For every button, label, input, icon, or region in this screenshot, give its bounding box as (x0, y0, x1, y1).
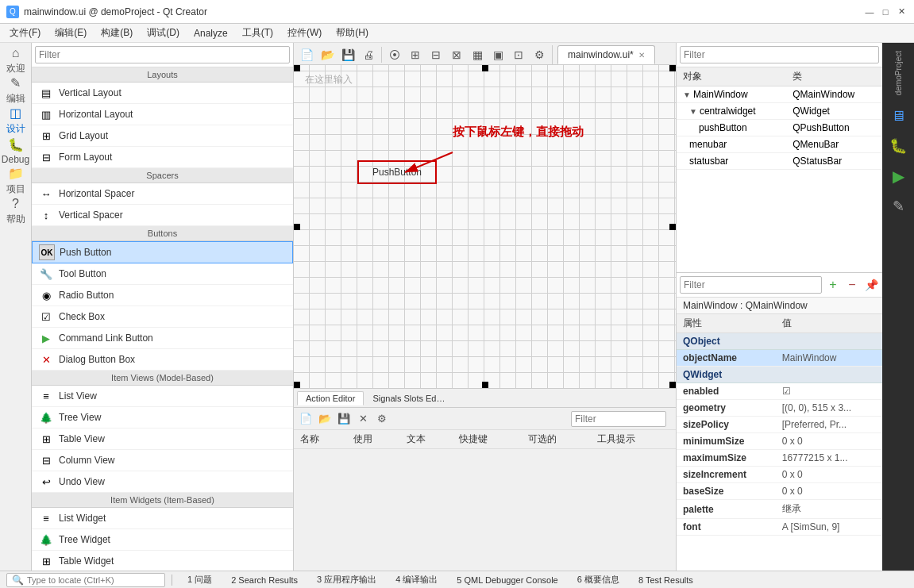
tab-close-button[interactable]: ✕ (638, 51, 645, 60)
prop-add-button[interactable]: + (825, 277, 841, 293)
toolbar-adjust-icon[interactable]: ⚙ (530, 45, 549, 64)
action-save-btn[interactable]: 💾 (335, 410, 353, 428)
handle-left[interactable] (294, 224, 300, 230)
widget-tool-button[interactable]: 🔧 Tool Button (32, 263, 293, 285)
widget-grid-layout[interactable]: ⊞ Grid Layout (32, 125, 293, 147)
prop-val-maximumsize[interactable]: 16777215 x 1... (776, 450, 882, 467)
widget-form-layout[interactable]: ⊟ Form Layout (32, 147, 293, 168)
handle-bottom-right[interactable] (669, 382, 676, 388)
widget-vertical-spacer[interactable]: ↕ Vertical Spacer (32, 205, 293, 226)
toolbar-layout-btn4[interactable]: ⊠ (447, 45, 466, 64)
obj-filter-input[interactable] (680, 46, 879, 63)
menu-build[interactable]: 构建(B) (94, 25, 139, 41)
canvas-pushbutton[interactable]: PushButton (357, 160, 437, 184)
maximize-button[interactable]: □ (879, 6, 892, 18)
prop-remove-button[interactable]: − (844, 277, 860, 293)
prop-val-objectname[interactable]: MainWindow (776, 350, 882, 367)
mode-projects[interactable]: 📁 项目 (2, 167, 30, 195)
menu-help[interactable]: 帮助(H) (330, 25, 375, 41)
status-tab-test[interactable]: 8 Test Results (630, 573, 702, 587)
demo-edit-btn[interactable]: ✎ (884, 192, 912, 221)
demo-play-btn[interactable]: ▶ (884, 162, 912, 190)
obj-row-statusbar[interactable]: statusbar QStatusBar (677, 153, 882, 170)
toolbar-layout-btn6[interactable]: ▣ (488, 45, 507, 64)
mode-help[interactable]: ? 帮助 (2, 197, 30, 225)
toolbar-layout-btn3[interactable]: ⊟ (426, 45, 445, 64)
mode-welcome[interactable]: ⌂ 欢迎 (2, 46, 30, 75)
prop-row-palette[interactable]: palette 继承 (677, 500, 882, 519)
widget-vertical-layout[interactable]: ▤ Vertical Layout (32, 83, 293, 104)
prop-row-sizepolicy[interactable]: sizePolicy [Preferred, Pr... (677, 417, 882, 433)
prop-val-minimumsize[interactable]: 0 x 0 (776, 433, 882, 450)
action-settings-btn[interactable]: ⚙ (373, 410, 391, 428)
menu-tools[interactable]: 工具(T) (236, 25, 280, 41)
prop-row-basesize[interactable]: baseSize 0 x 0 (677, 483, 882, 500)
prop-row-enabled[interactable]: enabled ☑ (677, 383, 882, 400)
widget-radio-button[interactable]: ◉ Radio Button (32, 285, 293, 306)
action-open-btn[interactable]: 📂 (316, 410, 334, 428)
widget-command-link-button[interactable]: ▶ Command Link Button (32, 328, 293, 349)
obj-row-mainwindow[interactable]: ▼MainWindow QMainWindow (677, 86, 882, 103)
obj-row-centralwidget[interactable]: ▼centralwidget QWidget (677, 103, 882, 120)
widget-check-box[interactable]: ☑ Check Box (32, 306, 293, 328)
design-canvas[interactable]: 在这里输入 PushButt (294, 65, 676, 388)
menu-analyze[interactable]: Analyze (187, 26, 234, 40)
handle-bottom-left[interactable] (294, 382, 300, 388)
demo-run-btn[interactable]: 🖥 (884, 102, 912, 130)
widget-table-widget[interactable]: ⊞ Table Widget (32, 551, 293, 571)
toolbar-layout-btn7[interactable]: ⊡ (509, 45, 528, 64)
tab-action-editor[interactable]: Action Editor (297, 391, 364, 405)
widget-table-view[interactable]: ⊞ Table View (32, 429, 293, 450)
widget-tree-view[interactable]: 🌲 Tree View (32, 407, 293, 429)
prop-val-basesize[interactable]: 0 x 0 (776, 483, 882, 500)
prop-row-minimumsize[interactable]: minimumSize 0 x 0 (677, 433, 882, 450)
menu-file[interactable]: 文件(F) (3, 25, 47, 41)
action-new-btn[interactable]: 📄 (297, 410, 314, 428)
minimize-button[interactable]: — (863, 6, 876, 18)
toolbar-layout-btn5[interactable]: ▦ (468, 45, 487, 64)
tab-signals-slots[interactable]: Signals Slots Ed… (364, 391, 453, 405)
status-tab-compile[interactable]: 4 编译输出 (387, 571, 446, 588)
status-tab-search[interactable]: 2 Search Results (222, 573, 307, 587)
toolbar-print-icon[interactable]: 🖨 (359, 45, 378, 64)
widget-undo-view[interactable]: ↩ Undo View (32, 471, 293, 493)
locate-field[interactable]: 🔍 (6, 573, 165, 587)
widget-tree-widget[interactable]: 🌲 Tree Widget (32, 529, 293, 551)
handle-top-right[interactable] (669, 65, 676, 71)
prop-val-font[interactable]: A [SimSun, 9] (776, 519, 882, 536)
prop-row-geometry[interactable]: geometry [(0, 0), 515 x 3... (677, 400, 882, 417)
tab-mainwindow[interactable]: mainwindow.ui* ✕ (557, 45, 655, 64)
close-button[interactable]: ✕ (895, 6, 908, 18)
prop-filter-input[interactable] (680, 276, 822, 294)
widget-column-view[interactable]: ⊟ Column View (32, 450, 293, 471)
handle-bottom[interactable] (482, 382, 488, 388)
handle-right[interactable] (669, 224, 676, 230)
prop-row-maximumsize[interactable]: maximumSize 16777215 x 1... (677, 450, 882, 467)
action-delete-btn[interactable]: ✕ (354, 410, 372, 428)
prop-row-sizeincrement[interactable]: sizeIncrement 0 x 0 (677, 467, 882, 483)
prop-row-objectname[interactable]: objectName MainWindow (677, 350, 882, 367)
mode-edit[interactable]: ✎ 编辑 (2, 76, 30, 105)
prop-val-sizepolicy[interactable]: [Preferred, Pr... (776, 417, 882, 433)
menu-debug[interactable]: 调试(D) (141, 25, 186, 41)
toolbar-file-icon[interactable]: 📄 (297, 45, 316, 64)
menu-controls[interactable]: 控件(W) (281, 25, 328, 41)
status-tab-qml[interactable]: 5 QML Debugger Console (448, 573, 566, 587)
prop-row-font[interactable]: font A [SimSun, 9] (677, 519, 882, 536)
obj-row-pushbutton[interactable]: pushButton QPushButton (677, 120, 882, 136)
status-tab-overview[interactable]: 6 概要信息 (569, 571, 628, 588)
widget-list-widget[interactable]: ≡ List Widget (32, 508, 293, 529)
widget-horizontal-layout[interactable]: ▥ Horizontal Layout (32, 104, 293, 125)
locate-input[interactable] (27, 575, 154, 585)
mode-design[interactable]: ◫ 设计 (2, 106, 30, 135)
toolbar-open-icon[interactable]: 📂 (318, 45, 337, 64)
widget-list-view[interactable]: ≡ List View (32, 386, 293, 407)
toolbar-save-icon[interactable]: 💾 (338, 45, 357, 64)
status-tab-issues[interactable]: 1 问题 (179, 571, 221, 588)
menu-edit[interactable]: 编辑(E) (48, 25, 93, 41)
prop-val-geometry[interactable]: [(0, 0), 515 x 3... (776, 400, 882, 417)
toolbar-layout-btn1[interactable]: ⦿ (385, 45, 404, 64)
prop-pin-button[interactable]: 📌 (863, 277, 879, 293)
widget-dialog-button-box[interactable]: ✕ Dialog Button Box (32, 349, 293, 371)
prop-val-sizeincrement[interactable]: 0 x 0 (776, 467, 882, 483)
